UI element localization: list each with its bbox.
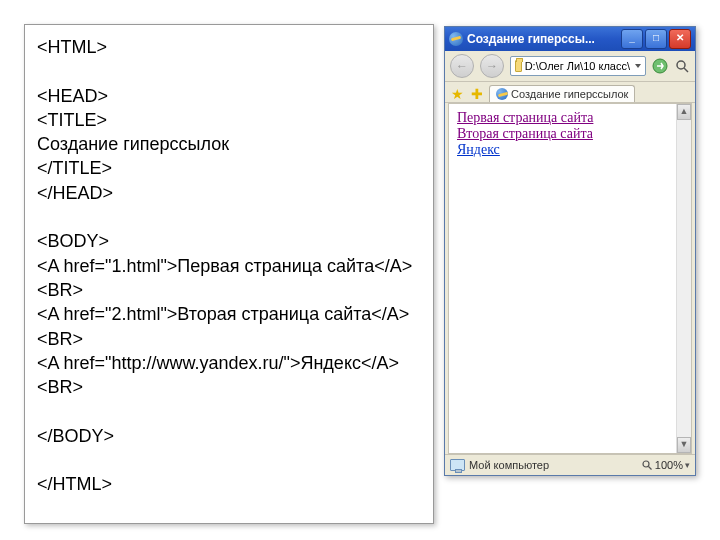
html-code-block: <HTML> <HEAD> <TITLE> Создание гиперссыл…: [24, 24, 434, 524]
page-content: Первая страница сайта Вторая страница са…: [448, 103, 692, 454]
link-yandex[interactable]: Яндекс: [457, 142, 500, 157]
address-dropdown-icon[interactable]: [635, 64, 641, 68]
link-second-page[interactable]: Вторая страница сайта: [457, 126, 593, 141]
minimize-button[interactable]: _: [621, 29, 643, 49]
add-favorites-icon[interactable]: ✚: [469, 86, 485, 102]
forward-button[interactable]: →: [480, 54, 504, 78]
zone-label: Мой компьютер: [469, 459, 549, 471]
window-controls: _ □ ✕: [621, 29, 691, 49]
vertical-scrollbar[interactable]: ▲ ▼: [676, 104, 691, 453]
address-text: D:\Олег Ли\10 класс\: [525, 60, 630, 72]
computer-icon: [450, 459, 465, 471]
tab-ie-icon: [496, 88, 508, 100]
close-button[interactable]: ✕: [669, 29, 691, 49]
browser-tab[interactable]: Создание гиперссылок: [489, 85, 635, 102]
tab-label: Создание гиперссылок: [511, 88, 628, 100]
svg-line-2: [684, 68, 688, 72]
svg-point-1: [677, 61, 685, 69]
nav-toolbar: ← → D:\Олег Ли\10 класс\: [445, 51, 695, 82]
scroll-down-button[interactable]: ▼: [677, 437, 691, 453]
zoom-value: 100%: [655, 459, 683, 471]
zoom-control[interactable]: 100% ▾: [641, 459, 690, 471]
security-zone: Мой компьютер: [450, 459, 635, 471]
svg-line-4: [648, 467, 651, 470]
zoom-icon: [641, 459, 653, 471]
status-bar: Мой компьютер 100% ▾: [445, 454, 695, 475]
browser-window: Создание гиперссы... _ □ ✕ ← → D:\Олег Л…: [444, 26, 696, 476]
window-titlebar[interactable]: Создание гиперссы... _ □ ✕: [445, 27, 695, 51]
maximize-button[interactable]: □: [645, 29, 667, 49]
folder-icon: [515, 60, 522, 72]
back-button[interactable]: ←: [450, 54, 474, 78]
link-first-page[interactable]: Первая страница сайта: [457, 110, 593, 125]
ie-icon: [449, 32, 463, 46]
tab-bar: ★ ✚ Создание гиперссылок: [445, 82, 695, 103]
go-button[interactable]: [652, 58, 668, 74]
svg-point-3: [643, 461, 649, 467]
scroll-up-button[interactable]: ▲: [677, 104, 691, 120]
window-title: Создание гиперссы...: [467, 32, 617, 46]
zoom-dropdown-icon[interactable]: ▾: [685, 460, 690, 470]
favorites-icon[interactable]: ★: [449, 86, 465, 102]
search-icon[interactable]: [674, 58, 690, 74]
address-bar[interactable]: D:\Олег Ли\10 класс\: [510, 56, 646, 76]
